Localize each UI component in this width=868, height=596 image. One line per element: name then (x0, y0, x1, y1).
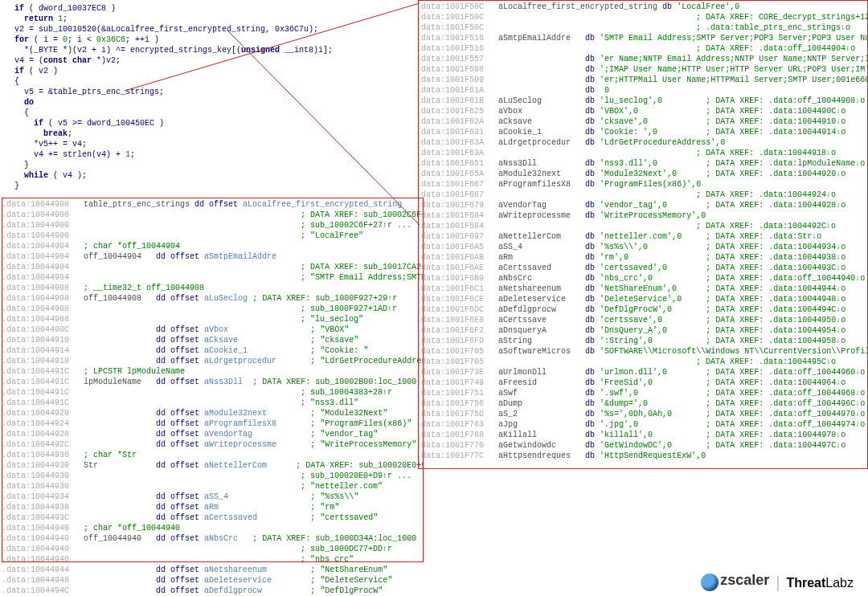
pseudocode-pane: if ( dword_10037EC8 ) return 1; v2 = sub… (5, 3, 423, 191)
right-data-pane: .data:1001F50C aLocalfree_first_encrypte… (416, 2, 868, 461)
zscaler-logo: zscaler (701, 574, 769, 591)
globe-icon (701, 574, 719, 591)
threatlabz-logo: ThreatLabz (786, 578, 854, 588)
logo-area: zscaler | ThreatLabz (701, 574, 854, 591)
logo-divider: | (776, 578, 780, 588)
left-data-pane: .data:10044900 table_ptrs_enc_strings dd… (2, 199, 424, 596)
